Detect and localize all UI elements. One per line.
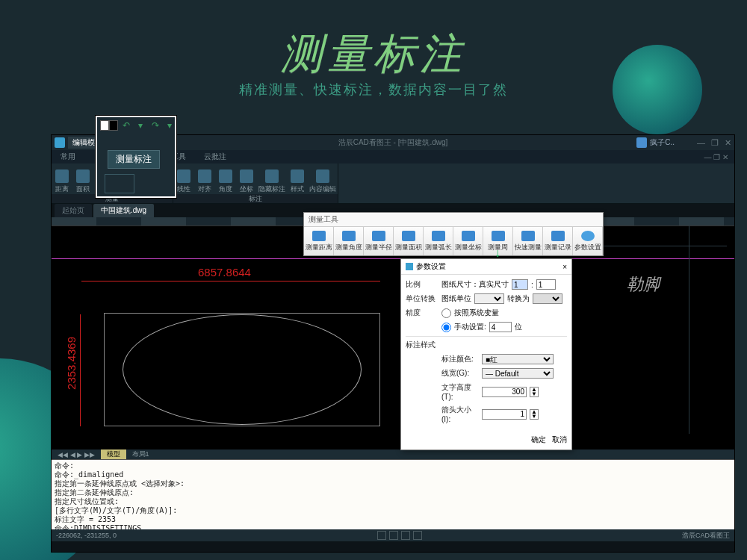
lbl-scale2: 图纸尺寸：真实尺寸 — [441, 279, 509, 290]
user-badge[interactable]: 疯子C.. — [636, 137, 675, 148]
layout-model[interactable]: 模型 — [101, 449, 126, 459]
command-line[interactable]: 命令: 命令:_dimaligned 指定第一条延伸线原点或 <选择对象>: 指… — [52, 459, 734, 529]
input-text-height[interactable] — [482, 387, 527, 397]
lbl-precision: 精度 — [406, 308, 438, 318]
drawing-label: 勒脚 — [627, 273, 660, 296]
mb-angle[interactable]: 测量角度 — [334, 227, 364, 255]
lbl-style: 标注样式 — [406, 340, 438, 350]
tool-style[interactable]: 样式 — [287, 164, 308, 194]
tool-hide-dim[interactable]: 隐藏标注 — [257, 164, 287, 194]
lbl-prec-unit: 位 — [515, 322, 522, 332]
mb-radius[interactable]: 测量半径 — [364, 227, 394, 255]
mb-settings[interactable]: 参数设置 — [573, 227, 603, 255]
tool-distance[interactable]: 距离 — [52, 164, 72, 194]
minimize-button[interactable]: — — [697, 138, 705, 148]
status-bar: -226062, -231255, 0 浩辰CAD看图王 — [52, 529, 734, 541]
status-product: 浩辰CAD看图王 — [682, 531, 730, 541]
tool-linear[interactable]: 线性 — [173, 164, 194, 194]
color-swatch — [100, 120, 118, 131]
input-scale2[interactable] — [536, 279, 556, 290]
dim-h-value: 6857.8644 — [193, 266, 255, 279]
mb-distance[interactable]: 测量距离 — [304, 227, 334, 255]
dialog-title: 参数设置 — [416, 261, 446, 272]
select-lineweight[interactable]: — Default — [482, 368, 554, 379]
lbl-unit2: 图纸单位 — [441, 293, 471, 304]
settings-dialog: 参数设置 × 比例 图纸尺寸：真实尺寸 : 单位转换 图纸单位 转换为 精度 按… — [400, 258, 572, 450]
dimension-horizontal: 6857.8644 — [81, 281, 380, 281]
hero-subtitle: 精准测量、快速标注，数据内容一目了然 — [0, 81, 747, 99]
measure-toolbar: 测量工具 测量距离 测量角度 测量半径 测量面积 测量弧长 测量坐标 测量周 快… — [303, 212, 604, 256]
tool-aligned[interactable]: 对齐 — [194, 164, 215, 194]
zoom-tool-icon — [105, 174, 134, 193]
select-color[interactable]: ■红 — [482, 354, 554, 364]
zoom-tab-measure[interactable]: 测量标注 — [108, 150, 160, 169]
lbl-lineweight: 线宽(G): — [441, 368, 479, 379]
cancel-button[interactable]: 取消 — [552, 435, 567, 445]
lbl-scale: 比例 — [406, 279, 438, 290]
dialog-icon — [406, 263, 413, 270]
input-scale1[interactable] — [512, 279, 528, 290]
user-name: 疯子C.. — [650, 137, 675, 148]
drawing-ellipse — [123, 314, 362, 425]
file-tab-active[interactable]: 中国建筑.dwg — [93, 204, 154, 217]
ribbon-group-annotate: 标注 — [173, 194, 338, 203]
ribbon-tab-cloud[interactable]: 云批注 — [195, 152, 235, 162]
lbl-unit-to: 转换为 — [507, 293, 530, 304]
select-unit-from[interactable] — [474, 293, 504, 304]
lbl-prec-man: 手动设置: — [454, 322, 486, 332]
mb-arc[interactable]: 测量弧长 — [424, 227, 453, 255]
tool-angle-dim[interactable]: 角度 — [215, 164, 236, 194]
lbl-prec-sys: 按照系统变量 — [454, 308, 499, 318]
file-tab-start[interactable]: 起始页 — [55, 204, 92, 217]
tool-area[interactable]: 面积 — [72, 164, 93, 194]
status-coords: -226062, -231255, 0 — [56, 532, 117, 539]
hero-title: 测量标注 — [0, 26, 747, 83]
restore-button[interactable]: ❐ — [711, 138, 719, 148]
mb-coord[interactable]: 测量坐标 — [453, 227, 483, 255]
cross-v — [689, 225, 689, 434]
mb-area[interactable]: 测量面积 — [394, 227, 424, 255]
layout-1[interactable]: 布局1 — [126, 449, 155, 459]
user-avatar-icon — [636, 137, 647, 148]
lbl-color: 标注颜色: — [441, 354, 479, 364]
tool-edit-content[interactable]: 内容编辑 — [308, 164, 338, 194]
measure-toolbar-title: 测量工具 — [304, 213, 603, 227]
radio-prec-sys[interactable] — [441, 308, 451, 318]
ribbon-tab-common[interactable]: 常用 — [52, 152, 84, 162]
select-unit-to[interactable] — [533, 293, 562, 304]
status-toggles[interactable] — [377, 531, 422, 540]
undo-redo-icons: ↶ ▾ ↷ ▾ — [123, 120, 175, 131]
input-precision[interactable] — [489, 322, 512, 332]
zoom-callout: ↶ ▾ ↷ ▾ 测量标注 — [96, 116, 176, 198]
lbl-text-height: 文字高度(T): — [441, 382, 479, 401]
close-button[interactable]: ✕ — [725, 138, 731, 148]
input-arrow-size[interactable] — [482, 409, 527, 420]
mb-record[interactable]: 测量记录 — [543, 227, 573, 255]
lbl-arrow-size: 箭头大小(I): — [441, 405, 479, 423]
dimension-vertical: 2353.4369 — [80, 314, 81, 426]
dialog-close-button[interactable]: × — [562, 263, 567, 271]
mb-quick[interactable]: 快速测量 — [513, 227, 543, 255]
layout-arrows[interactable]: ◀◀ ◀ ▶ ▶▶ — [52, 451, 101, 458]
dim-v-value: 2353.4369 — [65, 337, 78, 390]
lbl-unit: 单位转换 — [406, 293, 438, 304]
guide-line — [52, 258, 734, 259]
ribbon-collapse-icon[interactable]: — ❐ ✕ — [695, 153, 734, 161]
ok-button[interactable]: 确定 — [531, 435, 546, 445]
tool-coord[interactable]: 坐标 — [236, 164, 257, 194]
layout-tabs: ◀◀ ◀ ▶ ▶▶ 模型 布局1 — [52, 449, 734, 459]
radio-prec-manual[interactable] — [441, 323, 451, 332]
